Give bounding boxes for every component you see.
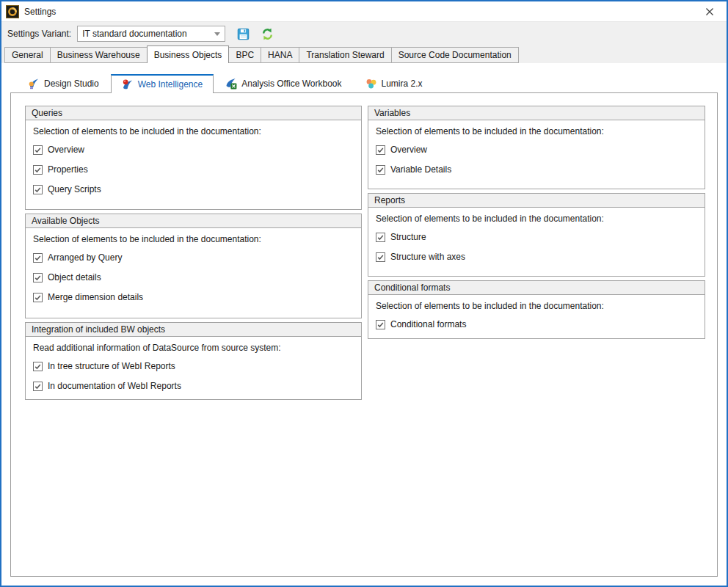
checkbox-row-object-details[interactable]: Object details — [33, 272, 354, 283]
group-title: Queries — [32, 108, 62, 118]
checkbox-row-structure[interactable]: Structure — [376, 232, 697, 243]
checkbox-label: Object details — [48, 272, 101, 283]
tab-business-warehouse[interactable]: Business Warehouse — [50, 47, 148, 63]
checkbox-checked-icon[interactable] — [33, 293, 43, 302]
checkbox-checked-icon[interactable] — [33, 253, 43, 263]
save-floppy-icon — [237, 28, 250, 40]
checkbox-checked-icon[interactable] — [33, 185, 43, 194]
save-button[interactable] — [237, 28, 250, 40]
tab-label: Translation Steward — [306, 50, 384, 60]
tab-label: BPC — [236, 50, 254, 60]
group-reports: Reports Selection of elements to be incl… — [368, 193, 705, 277]
checkbox-checked-icon[interactable] — [33, 273, 43, 282]
checkbox-label: Arranged by Query — [48, 252, 122, 263]
sub-tab-bar: Design Studio Web Intelligence — [10, 73, 718, 92]
group-available-objects: Available Objects Selection of elements … — [25, 214, 362, 318]
checkbox-checked-icon[interactable] — [376, 252, 385, 262]
checkbox-row-tree-structure-webi[interactable]: In tree structure of WebI Reports — [33, 361, 354, 372]
main-tab-bar: General Business Warehouse Business Obje… — [1, 45, 727, 63]
checkbox-checked-icon[interactable] — [376, 233, 385, 242]
tab-business-objects[interactable]: Business Objects — [147, 45, 230, 63]
tab-bpc[interactable]: BPC — [228, 47, 261, 63]
tab-hana[interactable]: HANA — [261, 47, 299, 63]
group-intro: Selection of elements to be included in … — [33, 234, 354, 245]
checkbox-checked-icon[interactable] — [376, 320, 385, 329]
checkbox-checked-icon[interactable] — [33, 165, 43, 175]
settings-window: Settings Settings Variant: IT standard d… — [0, 0, 728, 587]
variant-label: Settings Variant: — [7, 29, 71, 39]
checkbox-label: Structure — [390, 232, 426, 243]
subtab-design-studio[interactable]: Design Studio — [16, 75, 111, 92]
subtab-web-intelligence[interactable]: Web Intelligence — [111, 74, 214, 93]
checkbox-row-properties[interactable]: Properties — [33, 164, 354, 175]
checkbox-label: Overview — [48, 145, 84, 156]
checkbox-label: Overview — [390, 145, 427, 156]
checkbox-row-structure-with-axes[interactable]: Structure with axes — [376, 252, 697, 263]
app-logo-icon — [6, 5, 19, 18]
checkbox-checked-icon[interactable] — [33, 382, 43, 391]
group-integration-bw-objects: Integration of included BW objects Read … — [25, 322, 362, 400]
checkbox-checked-icon[interactable] — [376, 145, 385, 155]
group-intro: Selection of elements to be included in … — [33, 126, 354, 137]
checkbox-label: Conditional formats — [390, 319, 466, 330]
subtab-analysis-office-workbook[interactable]: Analysis Office Workbook — [214, 75, 353, 92]
subtab-label: Web Intelligence — [138, 79, 203, 90]
tab-general[interactable]: General — [4, 47, 51, 63]
tab-label: HANA — [268, 50, 292, 60]
tab-label: Business Objects — [154, 50, 222, 60]
close-button[interactable] — [699, 3, 721, 21]
checkbox-row-conditional-formats[interactable]: Conditional formats — [376, 319, 697, 330]
checkbox-label: Merge dimension details — [48, 292, 143, 303]
title-bar: Settings — [1, 1, 727, 22]
left-column: Queries Selection of elements to be incl… — [25, 106, 362, 576]
checkbox-row-variable-details[interactable]: Variable Details — [376, 164, 697, 175]
chevron-down-icon[interactable] — [214, 32, 220, 36]
group-title: Reports — [374, 195, 405, 205]
refresh-arrows-icon — [261, 28, 274, 40]
tab-translation-steward[interactable]: Translation Steward — [299, 47, 391, 63]
group-variables-header: Variables — [368, 106, 705, 120]
group-intro: Selection of elements to be included in … — [376, 126, 697, 137]
checkbox-row-arranged-by-query[interactable]: Arranged by Query — [33, 252, 354, 263]
checkbox-label: Properties — [48, 164, 88, 175]
business-objects-page: Design Studio Web Intelligence — [1, 63, 727, 586]
checkbox-label: In tree structure of WebI Reports — [48, 361, 175, 372]
lumira-icon — [365, 78, 377, 90]
group-title: Available Objects — [32, 216, 100, 226]
checkbox-label: Query Scripts — [48, 184, 101, 195]
checkbox-row-overview[interactable]: Overview — [33, 145, 354, 156]
group-title: Integration of included BW objects — [32, 324, 165, 335]
checkbox-label: In documentation of WebI Reports — [48, 381, 181, 392]
checkbox-row-variables-overview[interactable]: Overview — [376, 145, 697, 156]
right-column: Variables Selection of elements to be in… — [368, 106, 705, 576]
subtab-label: Design Studio — [44, 79, 99, 89]
checkbox-label: Structure with axes — [390, 252, 465, 263]
refresh-button[interactable] — [261, 28, 274, 40]
tab-label: Source Code Documentation — [398, 50, 512, 60]
checkbox-checked-icon[interactable] — [33, 362, 43, 371]
group-conditional-formats: Conditional formats Selection of element… — [368, 280, 705, 339]
checkbox-checked-icon[interactable] — [376, 165, 385, 175]
variant-value: IT standard documentation — [82, 29, 211, 39]
checkbox-checked-icon[interactable] — [33, 145, 43, 155]
group-intro: Selection of elements to be included in … — [376, 301, 697, 312]
subtab-label: Analysis Office Workbook — [241, 79, 341, 89]
group-integration-header: Integration of included BW objects — [26, 323, 361, 337]
web-intelligence-icon — [122, 79, 134, 90]
group-conditional-formats-header: Conditional formats — [368, 281, 705, 295]
group-intro: Selection of elements to be included in … — [376, 214, 697, 225]
group-intro: Read additional information of DataSourc… — [33, 343, 354, 354]
checkbox-row-merge-dimension-details[interactable]: Merge dimension details — [33, 292, 354, 303]
group-reports-header: Reports — [368, 194, 705, 208]
subtab-lumira[interactable]: Lumira 2.x — [354, 75, 434, 92]
tab-source-code-documentation[interactable]: Source Code Documentation — [391, 47, 519, 63]
close-icon — [705, 7, 714, 16]
group-queries-header: Queries — [26, 106, 361, 120]
settings-variant-combobox[interactable]: IT standard documentation — [77, 26, 225, 42]
group-queries: Queries Selection of elements to be incl… — [25, 106, 362, 210]
web-intelligence-panel: Queries Selection of elements to be incl… — [10, 92, 718, 577]
window-title: Settings — [24, 7, 56, 17]
checkbox-row-query-scripts[interactable]: Query Scripts — [33, 184, 354, 195]
checkbox-row-documentation-webi[interactable]: In documentation of WebI Reports — [33, 381, 354, 392]
variant-toolbar: Settings Variant: IT standard documentat… — [1, 22, 727, 45]
